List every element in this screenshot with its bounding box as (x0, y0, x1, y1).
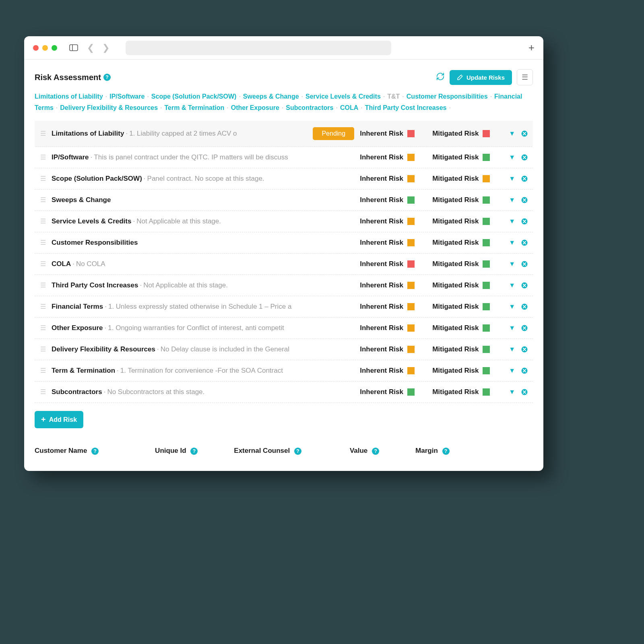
category-tag[interactable]: COLA (340, 104, 358, 111)
chevron-down-icon[interactable]: ▼ (509, 175, 515, 182)
mitigated-risk-block: Mitigated Risk (432, 281, 505, 289)
drag-handle-icon[interactable]: ☰ (38, 369, 48, 372)
risk-swatch (407, 175, 415, 182)
field-customer-name: Customer Name ? (35, 447, 99, 455)
drag-handle-icon[interactable]: ☰ (38, 305, 48, 308)
drag-handle-icon[interactable]: ☰ (38, 132, 48, 135)
traffic-lights (33, 45, 57, 51)
drag-handle-icon[interactable]: ☰ (38, 177, 48, 180)
menu-button[interactable]: ☰ (517, 69, 533, 85)
chevron-down-icon[interactable]: ▼ (509, 346, 515, 353)
chevron-down-icon[interactable]: ▼ (509, 367, 515, 374)
row-actions: ▼ (509, 239, 528, 246)
inherent-risk-block: Inherent Risk (360, 281, 432, 289)
risk-row: ☰COLA·No COLAInherent RiskMitigated Risk… (35, 254, 533, 275)
drag-handle-icon[interactable]: ☰ (38, 348, 48, 351)
page-header: Risk Assessment ? Update Risks (35, 69, 533, 85)
chevron-down-icon[interactable]: ▼ (509, 154, 515, 161)
drag-handle-icon[interactable]: ☰ (38, 241, 48, 244)
category-tag[interactable]: Customer Responsibilities (407, 93, 488, 100)
mitigated-risk-block: Mitigated Risk (432, 217, 505, 225)
help-icon[interactable]: ? (294, 448, 301, 455)
drag-handle-icon[interactable]: ☰ (38, 326, 48, 329)
chevron-down-icon[interactable]: ▼ (509, 260, 515, 268)
new-tab-button[interactable]: + (528, 41, 535, 54)
drag-handle-icon[interactable]: ☰ (38, 390, 48, 393)
risk-swatch (483, 239, 490, 246)
risk-name: Third Party Cost Increases (52, 281, 138, 289)
row-actions: ▼ (509, 324, 528, 332)
risk-description: Not Applicable at this stage. (136, 217, 221, 225)
category-tag[interactable]: Other Exposure (231, 104, 279, 111)
drag-handle-icon[interactable]: ☰ (38, 220, 48, 223)
category-tag[interactable]: Term & Termination (165, 104, 225, 111)
category-tag[interactable]: Limitations of Liability (35, 93, 103, 100)
delete-icon[interactable] (521, 303, 528, 310)
delete-icon[interactable] (521, 388, 528, 396)
risk-swatch (407, 367, 415, 374)
chevron-down-icon[interactable]: ▼ (509, 388, 515, 396)
category-tag[interactable]: Third Party Cost Increases (365, 104, 447, 111)
help-icon[interactable]: ? (103, 74, 111, 81)
url-bar[interactable] (126, 41, 391, 55)
inherent-risk-block: Inherent Risk (360, 388, 432, 396)
refresh-icon[interactable] (436, 72, 445, 83)
close-window-icon[interactable] (33, 45, 39, 51)
delete-icon[interactable] (521, 282, 528, 289)
maximize-window-icon[interactable] (52, 45, 57, 51)
delete-icon[interactable] (521, 346, 528, 353)
category-tag[interactable]: Sweeps & Change (243, 93, 299, 100)
help-icon[interactable]: ? (91, 448, 99, 455)
update-risks-button[interactable]: Update Risks (450, 70, 512, 85)
risk-name: Service Levels & Credits (52, 217, 131, 225)
chevron-down-icon[interactable]: ▼ (509, 282, 515, 289)
forward-button[interactable]: ❯ (102, 43, 109, 53)
category-tag[interactable]: Delivery Flexibility & Resources (60, 104, 158, 111)
risk-row: ☰Sweeps & ChangeInherent RiskMitigated R… (35, 190, 533, 211)
chevron-down-icon[interactable]: ▼ (509, 218, 515, 225)
field-value: Value ? (350, 447, 379, 455)
risk-name: Limitations of Liability (52, 130, 124, 137)
drag-handle-icon[interactable]: ☰ (38, 198, 48, 201)
drag-handle-icon[interactable]: ☰ (38, 156, 48, 159)
help-icon[interactable]: ? (442, 448, 450, 455)
plus-icon: + (41, 415, 46, 424)
category-tag[interactable]: T&T (387, 93, 400, 100)
sidebar-toggle-icon[interactable] (69, 44, 78, 52)
category-tag[interactable]: Service Levels & Credits (305, 93, 381, 100)
back-button[interactable]: ❮ (87, 43, 94, 53)
risk-swatch (407, 388, 415, 396)
category-tag[interactable]: Subcontractors (286, 104, 333, 111)
help-icon[interactable]: ? (372, 448, 379, 455)
delete-icon[interactable] (521, 175, 528, 182)
category-tag[interactable]: IP/Software (109, 93, 144, 100)
help-icon[interactable]: ? (190, 448, 198, 455)
delete-icon[interactable] (521, 367, 528, 374)
chevron-down-icon[interactable]: ▼ (509, 239, 515, 246)
chevron-down-icon[interactable]: ▼ (509, 196, 515, 204)
risk-text: Customer Responsibilities (52, 239, 360, 247)
risk-row: ☰Subcontractors·No Subcontractors at thi… (35, 382, 533, 403)
delete-icon[interactable] (521, 218, 528, 225)
risk-row: ☰Service Levels & Credits·Not Applicable… (35, 211, 533, 232)
risk-list: ☰Limitations of Liability·1. Liability c… (35, 121, 533, 403)
risk-text: Delivery Flexibility & Resources·No Dela… (52, 345, 360, 353)
minimize-window-icon[interactable] (42, 45, 48, 51)
delete-icon[interactable] (521, 196, 528, 204)
delete-icon[interactable] (521, 239, 528, 246)
delete-icon[interactable] (521, 260, 528, 268)
drag-handle-icon[interactable]: ☰ (38, 284, 48, 287)
risk-swatch (407, 130, 415, 137)
chevron-down-icon[interactable]: ▼ (509, 130, 515, 137)
category-tag[interactable]: Scope (Solution Pack/SOW) (151, 93, 237, 100)
delete-icon[interactable] (521, 324, 528, 332)
chevron-down-icon[interactable]: ▼ (509, 324, 515, 332)
risk-swatch (483, 154, 490, 161)
delete-icon[interactable] (521, 130, 528, 137)
risk-swatch (483, 260, 490, 268)
risk-swatch (407, 346, 415, 353)
chevron-down-icon[interactable]: ▼ (509, 303, 515, 310)
add-risk-button[interactable]: + Add Risk (35, 411, 83, 428)
delete-icon[interactable] (521, 154, 528, 161)
drag-handle-icon[interactable]: ☰ (38, 262, 48, 265)
